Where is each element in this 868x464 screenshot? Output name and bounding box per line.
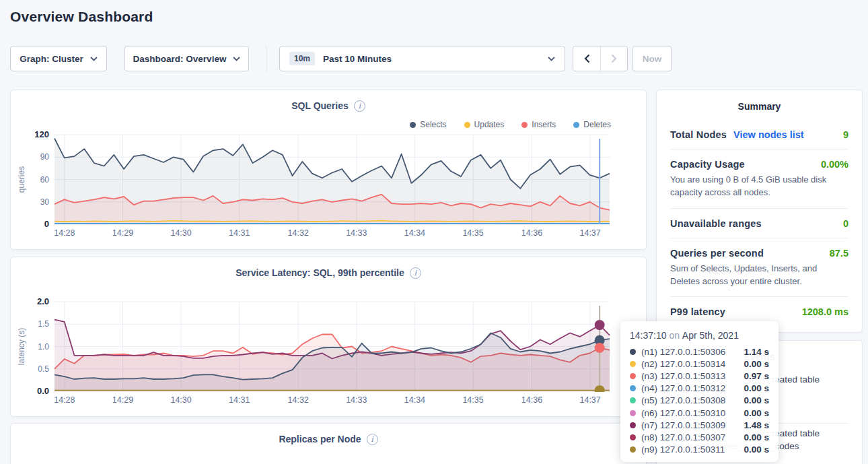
replicas-per-node-chart-title: Replicas per Nodei xyxy=(11,433,646,445)
node-latency-value: 0.00 s xyxy=(744,359,769,369)
svg-text:30: 30 xyxy=(40,197,50,207)
capacity-usage-description: You are using 0 B of 4.5 GiB usable disk… xyxy=(670,174,848,199)
time-prev-button[interactable] xyxy=(573,46,600,71)
svg-text:14:33: 14:33 xyxy=(346,228,367,238)
graph-dropdown[interactable]: Graph: Cluster xyxy=(10,46,107,71)
svg-text:14:35: 14:35 xyxy=(462,395,483,405)
node-color-dot-icon xyxy=(630,434,636,440)
summary-row-capacity-usage: Capacity Usage 0.00% You are using 0 B o… xyxy=(670,150,848,209)
node-latency-value: 1.48 s xyxy=(744,420,769,430)
chart-hover-tooltip: 14:37:10 on Apr 5th, 2021 (n1) 127.0.0.1… xyxy=(620,321,779,462)
chevron-right-icon xyxy=(611,54,617,63)
chevron-down-icon xyxy=(90,57,98,61)
node-color-dot-icon xyxy=(630,422,636,428)
node-color-dot-icon xyxy=(630,410,636,416)
replicas-per-node-chart-panel: Replicas per Nodei xyxy=(10,423,647,464)
svg-text:queries: queries xyxy=(17,166,26,193)
svg-text:120: 120 xyxy=(34,129,49,139)
tooltip-rows: (n1) 127.0.0.1:503061.14 s(n2) 127.0.0.1… xyxy=(630,345,769,456)
svg-text:14:31: 14:31 xyxy=(229,395,250,405)
summary-row-queries-per-second: Queries per second 87.5 Sum of Selects, … xyxy=(670,238,848,298)
tooltip-node-row: (n9) 127.0.0.1:503110.00 s xyxy=(630,444,769,456)
summary-title: Summary xyxy=(657,90,862,112)
svg-text:14:30: 14:30 xyxy=(170,395,191,405)
svg-text:14:28: 14:28 xyxy=(54,395,75,405)
node-color-dot-icon xyxy=(630,397,636,403)
total-nodes-value: 9 xyxy=(843,129,848,140)
service-latency-chart-panel: Service Latency: SQL, 99th percentilei 0… xyxy=(10,257,647,417)
svg-text:14:29: 14:29 xyxy=(112,228,133,238)
p99-latency-value: 1208.0 ms xyxy=(802,306,848,317)
tooltip-node-row: (n8) 127.0.0.1:503070.00 s xyxy=(630,431,769,443)
chevron-down-icon xyxy=(233,57,240,61)
node-address: (n4) 127.0.0.1:50312 xyxy=(641,383,725,393)
page-title: Overview Dashboard xyxy=(10,9,153,25)
controls-divider xyxy=(266,46,266,71)
summary-row-unavailable-ranges: Unavailable ranges 0 xyxy=(670,209,848,238)
svg-text:14:36: 14:36 xyxy=(521,228,542,238)
svg-text:1.0: 1.0 xyxy=(38,342,49,352)
tooltip-node-row: (n3) 127.0.0.1:503130.97 s xyxy=(630,370,769,382)
node-latency-value: 0.00 s xyxy=(744,432,769,442)
time-pager xyxy=(573,46,628,71)
time-range-label: Past 10 Minutes xyxy=(323,54,392,64)
node-color-dot-icon xyxy=(630,349,636,355)
node-color-dot-icon xyxy=(630,361,636,367)
svg-text:14:29: 14:29 xyxy=(112,395,133,405)
svg-text:14:33: 14:33 xyxy=(346,395,367,405)
tooltip-node-row: (n4) 127.0.0.1:503120.00 s xyxy=(630,383,769,395)
svg-text:1.5: 1.5 xyxy=(38,319,49,329)
queries-per-second-description: Sum of Selects, Updates, Inserts, and De… xyxy=(670,263,848,288)
tooltip-node-row: (n6) 127.0.0.1:503100.00 s xyxy=(630,407,769,419)
svg-text:14:34: 14:34 xyxy=(404,395,425,405)
time-range-dropdown[interactable]: 10m Past 10 Minutes xyxy=(279,46,565,71)
node-address: (n7) 127.0.0.1:50309 xyxy=(641,420,725,430)
node-latency-value: 1.14 s xyxy=(744,347,769,357)
svg-text:14:30: 14:30 xyxy=(170,228,191,238)
tooltip-timestamp: 14:37:10 on Apr 5th, 2021 xyxy=(630,330,769,341)
sql-queries-chart-panel: SQL Queriesi SelectsUpdatesInsertsDelete… xyxy=(10,90,647,250)
queries-per-second-value: 87.5 xyxy=(830,248,848,259)
service-latency-chart[interactable]: 0.00.51.01.52.014:2814:2914:3014:3114:32… xyxy=(11,257,647,418)
view-nodes-list-link[interactable]: View nodes list xyxy=(733,129,804,140)
node-address: (n3) 127.0.0.1:50313 xyxy=(641,371,725,381)
svg-text:latency (s): latency (s) xyxy=(17,328,26,365)
svg-text:0.0: 0.0 xyxy=(37,386,49,396)
node-address: (n9) 127.0.0.1:50311 xyxy=(641,444,725,455)
svg-text:14:28: 14:28 xyxy=(54,228,75,238)
svg-text:14:32: 14:32 xyxy=(288,228,309,238)
node-color-dot-icon xyxy=(630,446,636,453)
node-color-dot-icon xyxy=(630,373,636,379)
time-next-button[interactable] xyxy=(600,46,627,71)
dashboard-dropdown[interactable]: Dashboard: Overview xyxy=(124,46,249,71)
node-latency-value: 0.00 s xyxy=(744,395,769,405)
svg-text:14:31: 14:31 xyxy=(229,228,250,238)
dashboard-dropdown-label: Dashboard: Overview xyxy=(133,54,227,64)
node-address: (n8) 127.0.0.1:50307 xyxy=(641,432,725,442)
overview-dashboard-page: Overview Dashboard Graph: Cluster Dashbo… xyxy=(0,0,868,464)
node-latency-value: 0.00 s xyxy=(744,408,769,418)
svg-text:14:32: 14:32 xyxy=(288,395,309,405)
node-latency-value: 0.00 s xyxy=(744,383,769,393)
svg-text:0.5: 0.5 xyxy=(38,364,49,374)
time-range-badge: 10m xyxy=(289,52,315,65)
node-address: (n1) 127.0.0.1:50306 xyxy=(641,347,725,357)
tooltip-node-row: (n2) 127.0.0.1:503140.00 s xyxy=(630,358,769,370)
node-color-dot-icon xyxy=(630,385,636,391)
tooltip-node-row: (n1) 127.0.0.1:503061.14 s xyxy=(630,345,769,358)
summary-panel: Summary Total Nodes View nodes list 9 Ca… xyxy=(656,90,863,333)
svg-text:60: 60 xyxy=(40,175,50,185)
svg-text:14:37: 14:37 xyxy=(579,228,600,238)
info-icon[interactable]: i xyxy=(367,434,378,445)
now-button[interactable]: Now xyxy=(632,46,672,71)
node-address: (n6) 127.0.0.1:50310 xyxy=(641,408,725,418)
unavailable-ranges-value: 0 xyxy=(843,218,848,229)
svg-text:14:34: 14:34 xyxy=(404,228,425,238)
node-address: (n2) 127.0.0.1:50314 xyxy=(641,359,725,369)
tooltip-node-row: (n5) 127.0.0.1:503080.00 s xyxy=(630,395,769,407)
summary-row-total-nodes: Total Nodes View nodes list 9 xyxy=(670,120,848,150)
svg-text:14:36: 14:36 xyxy=(521,395,542,405)
sql-queries-chart[interactable]: 030609012014:2814:2914:3014:3114:3214:33… xyxy=(11,90,647,251)
graph-dropdown-label: Graph: Cluster xyxy=(20,54,83,64)
svg-text:2.0: 2.0 xyxy=(37,296,49,306)
